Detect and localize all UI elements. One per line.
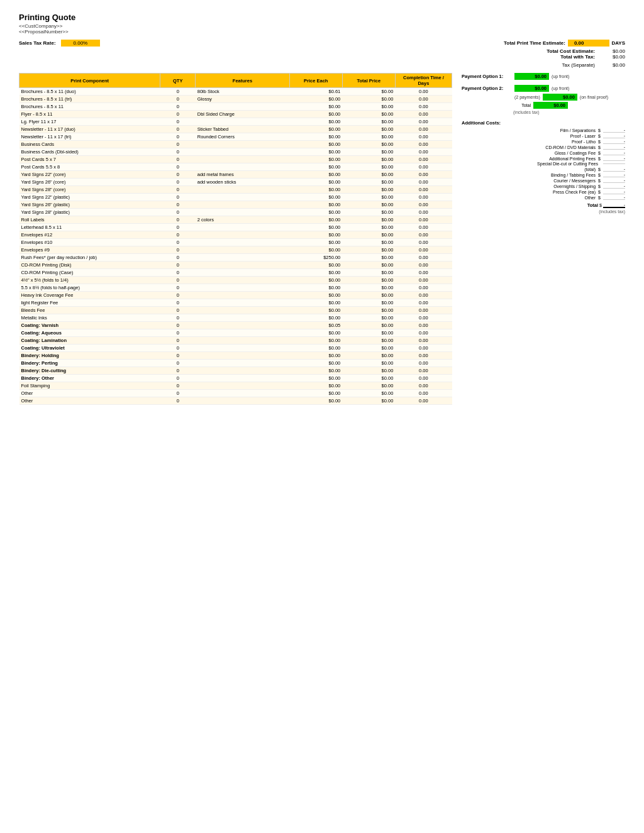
cell-days: 0.00	[395, 322, 452, 329]
additional-cost-row: Additional Printing Fees $ -	[462, 156, 625, 161]
ac-label: Film / Separations	[462, 128, 596, 133]
cell-total: $0.00	[342, 224, 395, 231]
additional-costs-section: Additional Costs: Film / Separations $ -…	[462, 120, 625, 214]
table-row: Metallic Inks 0 $0.00 $0.00 0.00	[19, 314, 452, 322]
cell-price: $0.00	[289, 216, 342, 224]
cell-features: Sticker Tabbed	[196, 126, 289, 133]
ac-value: -	[603, 178, 625, 183]
cell-qty: 0	[160, 194, 196, 201]
table-row: Other 0 $0.00 $0.00 0.00	[19, 397, 452, 405]
sales-tax-value[interactable]: 0.00%	[61, 40, 101, 47]
cell-price: $0.00	[289, 352, 342, 360]
cell-total: $0.00	[342, 126, 395, 133]
payment-total-label: Total	[513, 103, 531, 108]
ac-label: Binding / Tabbing Fees	[462, 173, 596, 177]
cell-total: $0.00	[342, 367, 395, 375]
table-row: Yard Signs 22" (core) 0 add metal frames…	[19, 171, 452, 179]
cell-component: Newsletter - 11 x 17 (duo)	[19, 126, 160, 133]
table-row: Envelopes #10 0 $0.00 $0.00 0.00	[19, 239, 452, 246]
table-row: CD-ROM Printing (Case) 0 $0.00 $0.00 0.0…	[19, 269, 452, 277]
cell-total: $0.00	[342, 314, 395, 322]
header-qty: QTY	[160, 74, 196, 88]
cell-features	[196, 367, 289, 375]
ac-label: Proof - Laser	[462, 134, 596, 138]
cell-qty: 0	[160, 284, 196, 292]
ac-label: CD-ROM / DVD Materials	[462, 145, 596, 150]
cell-total: $0.00	[342, 299, 395, 307]
cell-total: $0.00	[342, 322, 395, 329]
additional-cost-row: Overnights / Shipping $ -	[462, 184, 625, 189]
cell-days: 0.00	[395, 118, 452, 126]
cell-price: $0.00	[289, 314, 342, 322]
cell-price: $0.00	[289, 209, 342, 216]
cell-days: 0.00	[395, 194, 452, 201]
cell-component: Bindery: Other	[19, 375, 160, 382]
cell-component: 5.5 x 8½ (folds to half-page)	[19, 284, 160, 292]
ac-dollar: $	[597, 196, 602, 200]
cell-qty: 0	[160, 345, 196, 352]
cell-component: Yard Signs 22" (plastic)	[19, 194, 160, 201]
cell-features: add metal frames	[196, 171, 289, 179]
cell-component: Brochures - 8.5 x 11	[19, 103, 160, 111]
cell-component: Coating: Ultraviolet	[19, 345, 160, 352]
table-row: Brochures - 8.5 x 11 0 $0.00 $0.00 0.00	[19, 103, 452, 111]
table-row: Brochures - 8.5 x 11 (tri) 0 Glossy $0.0…	[19, 96, 452, 103]
table-row: Yard Signs 26" (plastic) 0 $0.00 $0.00 0…	[19, 201, 452, 209]
ac-value: -	[603, 139, 625, 144]
cell-features	[196, 307, 289, 314]
cell-features	[196, 118, 289, 126]
days-label: DAYS	[612, 40, 626, 46]
cell-features	[196, 269, 289, 277]
cell-component: CD-ROM Printing (Case)	[19, 269, 160, 277]
cell-component: Yard Signs 28" (core)	[19, 186, 160, 194]
cell-qty: 0	[160, 209, 196, 216]
table-row: Bleeds Fee 0 $0.00 $0.00 0.00	[19, 307, 452, 314]
cell-days: 0.00	[395, 397, 452, 405]
cell-component: Bindery: Holding	[19, 352, 160, 360]
cell-price: $0.00	[289, 262, 342, 269]
cell-features	[196, 201, 289, 209]
cell-price: $0.00	[289, 224, 342, 231]
cell-qty: 0	[160, 133, 196, 141]
cell-features	[196, 246, 289, 254]
ac-value: -	[603, 128, 625, 133]
cell-price: $0.00	[289, 360, 342, 367]
cell-total: $0.00	[342, 209, 395, 216]
cell-total: $0.00	[342, 111, 395, 118]
cell-qty: 0	[160, 277, 196, 284]
table-row: Bindery: Die-cutting 0 $0.00 $0.00 0.00	[19, 367, 452, 375]
table-row: Business Cards (Dbl-sided) 0 $0.00 $0.00…	[19, 148, 452, 156]
header-features: Features	[196, 74, 289, 88]
cell-component: Bleeds Fee	[19, 307, 160, 314]
cell-price: $0.00	[289, 231, 342, 239]
cell-component: Flyer - 8.5 x 11	[19, 111, 160, 118]
cell-component: Metallic Inks	[19, 314, 160, 322]
cell-qty: 0	[160, 254, 196, 262]
table-row: Envelopes #12 0 $0.00 $0.00 0.00	[19, 231, 452, 239]
cell-component: Coating: Varnish	[19, 322, 160, 329]
cell-days: 0.00	[395, 148, 452, 156]
cell-component: Yard Signs 26" (core)	[19, 179, 160, 186]
cell-qty: 0	[160, 292, 196, 299]
cell-days: 0.00	[395, 337, 452, 345]
cell-component: Brochures - 8.5 x 11 (duo)	[19, 88, 160, 96]
cell-price: $0.00	[289, 239, 342, 246]
table-row: light Register Fee 0 $0.00 $0.00 0.00	[19, 299, 452, 307]
cell-features	[196, 375, 289, 382]
cell-component: Yard Signs 28" (plastic)	[19, 209, 160, 216]
cell-total: $0.00	[342, 194, 395, 201]
cell-features	[196, 382, 289, 390]
cell-features: Dbl Sided Charge	[196, 111, 289, 118]
cell-days: 0.00	[395, 231, 452, 239]
cell-qty: 0	[160, 390, 196, 397]
cell-price: $0.00	[289, 171, 342, 179]
total-print-value: 0.00	[568, 40, 609, 47]
cell-qty: 0	[160, 329, 196, 337]
cell-qty: 0	[160, 360, 196, 367]
cell-price: $0.00	[289, 292, 342, 299]
cell-price: $0.00	[289, 133, 342, 141]
ac-dollar: $	[597, 173, 602, 177]
ac-includes-tax: (includes tax)	[599, 209, 625, 214]
table-row: Brochures - 8.5 x 11 (duo) 0 80lb Stock …	[19, 88, 452, 96]
table-row: Rush Fees* (per day reduction / job) 0 $…	[19, 254, 452, 262]
